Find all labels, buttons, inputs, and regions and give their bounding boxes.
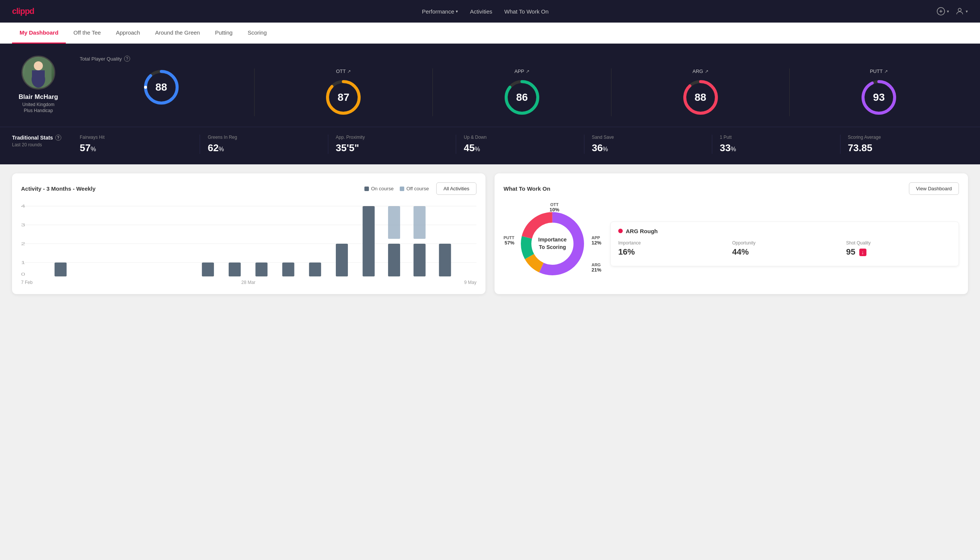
nav-what-to-work-on[interactable]: What To Work On: [504, 8, 549, 15]
svg-rect-38: [336, 244, 348, 277]
arg-label: ARG ↗: [692, 68, 708, 74]
stat-scoring-avg: Scoring Average 73.85: [840, 135, 968, 154]
help-icon[interactable]: ?: [124, 56, 130, 62]
svg-rect-34: [229, 263, 241, 277]
stats-help-icon[interactable]: ?: [55, 135, 61, 141]
ott-circle: 87: [324, 78, 362, 116]
donut-ott-label: OTT 10%: [549, 202, 559, 212]
what-to-work-on-title: What To Work On: [504, 185, 550, 192]
arg-circle: 88: [682, 78, 719, 116]
player-country: United Kingdom: [22, 102, 54, 107]
view-dashboard-button[interactable]: View Dashboard: [909, 182, 959, 195]
chart-x-labels: 7 Feb 28 Mar 9 May: [21, 278, 476, 285]
svg-rect-41: [388, 206, 400, 239]
off-course-dot: [400, 187, 404, 191]
tab-approach[interactable]: Approach: [108, 23, 147, 43]
all-activities-button[interactable]: All Activities: [436, 182, 476, 195]
scores-section: Total Player Quality ? 88: [80, 56, 968, 116]
tab-scoring[interactable]: Scoring: [240, 23, 274, 43]
donut-app-label: APP 12%: [592, 235, 601, 246]
logo[interactable]: clippd: [12, 7, 34, 16]
stats-label-col: Traditional Stats ? Last 20 rounds: [12, 135, 72, 147]
tab-my-dashboard[interactable]: My Dashboard: [12, 23, 66, 43]
svg-text:Importance: Importance: [538, 237, 567, 243]
svg-rect-32: [55, 263, 67, 277]
importance-col: Importance 16%: [618, 240, 723, 257]
svg-text:0: 0: [21, 272, 25, 277]
svg-text:2: 2: [21, 242, 25, 246]
stat-app-proximity: App. Proximity 35'5": [328, 135, 456, 154]
svg-rect-39: [363, 206, 374, 277]
shot-quality-badge: ↓: [859, 248, 867, 256]
nav-activities[interactable]: Activities: [470, 8, 492, 15]
stats-grid: Fairways Hit 57% Greens In Reg 62% App. …: [72, 135, 968, 154]
app-score-value: 86: [516, 92, 527, 103]
putt-score-card: PUTT ↗ 93: [790, 68, 968, 116]
chevron-down-icon: ▾: [966, 9, 968, 14]
putt-score-value: 93: [873, 92, 885, 103]
activity-card: Activity - 3 Months - Weekly On course O…: [12, 173, 486, 294]
main-score-card: 88: [80, 68, 255, 116]
svg-rect-35: [255, 263, 267, 277]
stat-sand-save: Sand Save 36%: [584, 135, 712, 154]
legend-on-course: On course: [364, 186, 394, 192]
svg-text:4: 4: [21, 204, 25, 208]
svg-point-16: [505, 96, 507, 99]
info-card: ARG Rough Importance 16% Opportunity 44%…: [611, 222, 959, 266]
svg-point-3: [958, 8, 961, 11]
opportunity-col: Opportunity 44%: [732, 240, 837, 257]
top-nav: clippd Performance ▾ Activities What To …: [0, 0, 980, 23]
nav-links: Performance ▾ Activities What To Work On: [422, 8, 549, 15]
svg-rect-44: [439, 244, 451, 277]
hero-section: Blair McHarg United Kingdom Plus Handica…: [0, 43, 980, 127]
donut-chart-wrapper: Importance To Scoring OTT 10% APP 12% AR…: [504, 202, 601, 285]
stats-subtitle: Last 20 rounds: [12, 142, 72, 147]
main-circle: 88: [143, 68, 180, 106]
player-handicap: Plus Handicap: [24, 108, 53, 113]
tab-around-the-green[interactable]: Around the Green: [147, 23, 207, 43]
bar-chart-area: 4 3 2 1 0: [21, 202, 476, 278]
arg-score-card: ARG ↗ 88: [611, 68, 790, 116]
info-metrics-row: Importance 16% Opportunity 44% Shot Qual…: [618, 240, 951, 257]
svg-rect-7: [32, 70, 45, 78]
donut-arg-label: ARG 21%: [592, 263, 601, 273]
svg-point-5: [34, 61, 43, 70]
bottom-section: Activity - 3 Months - Weekly On course O…: [0, 164, 980, 303]
svg-rect-36: [283, 263, 294, 277]
what-to-work-on-card: What To Work On View Dashboard Importanc…: [494, 173, 968, 294]
donut-svg: Importance To Scoring: [515, 206, 590, 281]
app-trend-icon: ↗: [526, 69, 529, 74]
add-button[interactable]: ▾: [937, 7, 949, 16]
info-card-title: ARG Rough: [618, 228, 951, 234]
app-score-card: APP ↗ 86: [433, 68, 611, 116]
red-dot-icon: [618, 229, 623, 233]
nav-right: ▾ ▾: [937, 7, 968, 16]
player-info: Blair McHarg United Kingdom Plus Handica…: [12, 56, 65, 113]
app-circle: 86: [503, 78, 541, 116]
what-to-work-on-header: What To Work On View Dashboard: [504, 182, 959, 195]
arg-trend-icon: ↗: [705, 69, 709, 74]
tab-putting[interactable]: Putting: [208, 23, 240, 43]
chart-legend: On course Off course: [364, 186, 429, 192]
putt-label: PUTT ↗: [870, 68, 888, 74]
stats-section: Traditional Stats ? Last 20 rounds Fairw…: [0, 127, 980, 164]
app-label: APP ↗: [514, 68, 529, 74]
legend-off-course: Off course: [400, 186, 429, 192]
putt-circle: 93: [860, 78, 898, 116]
main-score-value: 88: [155, 81, 167, 93]
arg-score-value: 88: [695, 92, 706, 103]
svg-rect-42: [414, 244, 426, 277]
user-menu[interactable]: ▾: [955, 7, 968, 16]
nav-performance[interactable]: Performance ▾: [422, 8, 458, 15]
on-course-dot: [364, 187, 369, 191]
tab-bar: My Dashboard Off the Tee Approach Around…: [0, 23, 980, 43]
tab-off-the-tee[interactable]: Off the Tee: [66, 23, 108, 43]
svg-rect-40: [388, 244, 400, 277]
svg-rect-43: [414, 206, 426, 239]
svg-text:To Scoring: To Scoring: [539, 244, 566, 250]
stat-fairways-hit: Fairways Hit 57%: [72, 135, 200, 154]
svg-rect-37: [309, 263, 321, 277]
svg-text:1: 1: [21, 260, 25, 265]
stat-greens-in-reg: Greens In Reg 62%: [200, 135, 328, 154]
putt-trend-icon: ↗: [884, 69, 888, 74]
